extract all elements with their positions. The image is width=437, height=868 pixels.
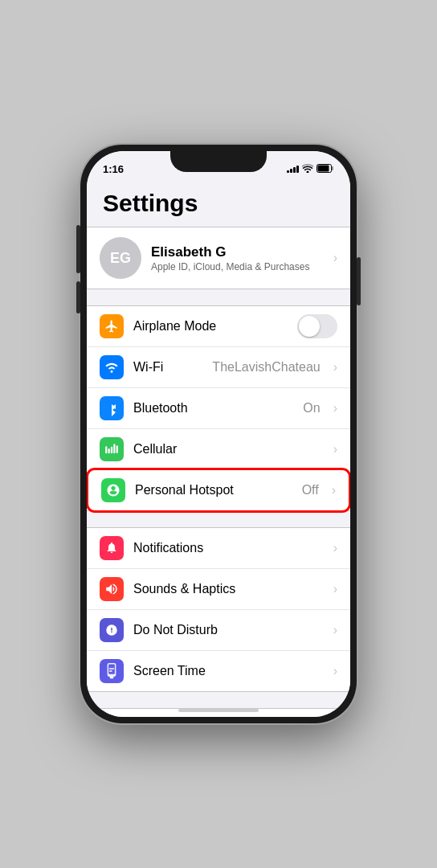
home-indicator[interactable] (178, 709, 259, 712)
profile-row[interactable]: EG Elisabeth G Apple ID, iCloud, Media &… (87, 227, 350, 289)
bluetooth-icon (100, 396, 124, 420)
airplane-mode-toggle[interactable] (297, 314, 337, 338)
status-time: 1:16 (103, 163, 124, 175)
avatar: EG (100, 237, 141, 279)
wifi-row[interactable]: Wi-Fi TheLavishChateau › (87, 347, 350, 388)
sounds-row[interactable]: Sounds & Haptics › (87, 569, 350, 610)
airplane-icon (100, 314, 124, 338)
dnd-label: Do Not Disturb (133, 623, 324, 637)
connectivity-section: Airplane Mode Wi-Fi TheLavishChateau › (87, 305, 350, 511)
hotspot-value: Off (302, 483, 319, 497)
profile-subtitle: Apple ID, iCloud, Media & Purchases (151, 261, 324, 272)
notifications-row[interactable]: Notifications › (87, 528, 350, 569)
status-icons (287, 164, 334, 174)
bluetooth-value: On (303, 401, 320, 416)
wifi-settings-icon (100, 355, 124, 379)
dnd-icon (100, 618, 124, 642)
hotspot-icon (101, 478, 125, 502)
screentime-icon (100, 659, 124, 683)
settings-content: Settings EG Elisabeth G Apple ID, iCloud… (87, 182, 350, 717)
wifi-icon (302, 164, 313, 174)
svg-rect-5 (110, 677, 114, 678)
sounds-icon (100, 577, 124, 601)
dnd-chevron: › (333, 623, 337, 637)
cellular-chevron: › (333, 442, 337, 457)
notifications-chevron: › (333, 541, 337, 555)
airplane-mode-row[interactable]: Airplane Mode (87, 306, 350, 347)
wifi-chevron: › (333, 360, 337, 375)
phone-frame: 1:16 (80, 145, 357, 723)
svg-rect-1 (332, 166, 334, 170)
cellular-label: Cellular (133, 442, 324, 457)
toggle-knob (299, 316, 320, 337)
sounds-chevron: › (333, 582, 337, 596)
svg-rect-6 (109, 668, 114, 669)
power-button[interactable] (357, 257, 361, 305)
cellular-icon (100, 437, 124, 461)
airplane-mode-label: Airplane Mode (133, 319, 288, 334)
wifi-value: TheLavishChateau (212, 360, 320, 375)
profile-section: EG Elisabeth G Apple ID, iCloud, Media &… (87, 227, 350, 289)
profile-name: Elisabeth G (151, 244, 324, 260)
volume-up-button[interactable] (76, 241, 80, 273)
signal-icon (287, 165, 299, 173)
battery-icon (317, 164, 334, 174)
hotspot-chevron: › (332, 483, 336, 497)
screentime-chevron: › (333, 664, 337, 678)
wifi-label: Wi-Fi (133, 360, 202, 375)
bluetooth-row[interactable]: Bluetooth On › (87, 388, 350, 429)
profile-info: Elisabeth G Apple ID, iCloud, Media & Pu… (151, 244, 324, 272)
notch (170, 151, 267, 172)
bluetooth-chevron: › (333, 401, 337, 416)
sounds-label: Sounds & Haptics (133, 582, 324, 596)
screentime-row[interactable]: Screen Time › (87, 651, 350, 691)
phone-screen: 1:16 (87, 151, 350, 717)
profile-chevron: › (333, 251, 337, 265)
dnd-row[interactable]: Do Not Disturb › (87, 610, 350, 651)
volume-down-button[interactable] (76, 281, 80, 313)
svg-rect-7 (109, 670, 112, 672)
svg-rect-2 (318, 165, 329, 171)
notifications-label: Notifications (133, 541, 324, 555)
bluetooth-label: Bluetooth (133, 401, 293, 416)
notifications-section: Notifications › Sounds & Haptics › (87, 527, 350, 692)
notifications-icon (100, 536, 124, 560)
mute-button[interactable] (76, 225, 80, 246)
hotspot-label: Personal Hotspot (135, 483, 292, 497)
screentime-label: Screen Time (133, 664, 324, 678)
page-title: Settings (87, 182, 350, 227)
personal-hotspot-row[interactable]: Personal Hotspot Off › (88, 470, 349, 510)
cellular-row[interactable]: Cellular › (87, 429, 350, 470)
